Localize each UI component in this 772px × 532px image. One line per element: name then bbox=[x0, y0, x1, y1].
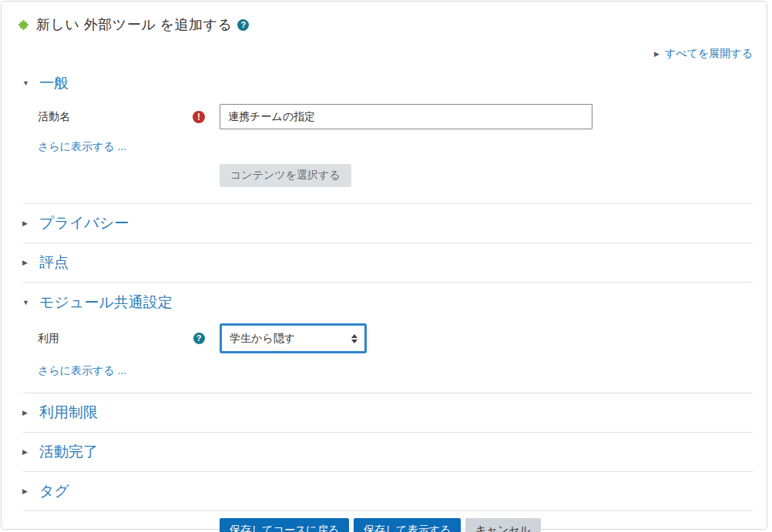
section-grade: ▶ 評点 bbox=[18, 243, 753, 282]
divider bbox=[23, 510, 753, 511]
section-privacy-header[interactable]: ▶ プライバシー bbox=[18, 213, 753, 233]
availability-select-value: 学生から隠す bbox=[230, 332, 295, 346]
chevron-right-icon: ▶ bbox=[22, 410, 30, 417]
availability-label: 利用 bbox=[18, 332, 178, 346]
section-privacy: ▶ プライバシー bbox=[18, 204, 753, 243]
external-tool-puzzle-icon bbox=[18, 18, 31, 31]
activity-name-input[interactable] bbox=[220, 104, 592, 129]
chevron-down-icon: ▼ bbox=[22, 299, 30, 306]
common-show-more-link[interactable]: さらに表示する ... bbox=[38, 364, 126, 376]
general-show-more-row: さらに表示する ... bbox=[38, 140, 753, 154]
section-general-header[interactable]: ▼ 一般 bbox=[18, 73, 753, 93]
add-external-tool-form: 新しい 外部ツール を追加する ? ▶ すべてを展開する ▼ 一般 活動名 ! … bbox=[1, 1, 767, 530]
section-tags-title: タグ bbox=[39, 481, 69, 501]
expand-all-link[interactable]: すべてを展開する bbox=[665, 47, 753, 61]
section-restrict-access: ▶ 利用制限 bbox=[18, 393, 753, 432]
section-common-settings: ▼ モジュール共通設定 利用 ? 学生から隠す さらに表示する ... bbox=[18, 293, 753, 393]
chevron-down-icon: ▼ bbox=[22, 80, 30, 87]
availability-row: 利用 ? 学生から隠す bbox=[18, 323, 753, 353]
section-completion-title: 活動完了 bbox=[39, 442, 98, 462]
cancel-button[interactable]: キャンセル bbox=[465, 518, 541, 532]
section-grade-title: 評点 bbox=[39, 253, 69, 273]
activity-name-row: 活動名 ! bbox=[18, 104, 753, 129]
section-restrict-header[interactable]: ▶ 利用制限 bbox=[18, 403, 753, 423]
common-show-more-row: さらに表示する ... bbox=[38, 364, 753, 393]
chevron-right-icon: ▶ bbox=[22, 259, 30, 266]
section-activity-completion: ▶ 活動完了 bbox=[18, 433, 753, 471]
general-show-more-link[interactable]: さらに表示する ... bbox=[38, 140, 126, 152]
expand-all-row: ▶ すべてを展開する bbox=[18, 47, 753, 61]
divider bbox=[23, 282, 753, 283]
section-grade-header[interactable]: ▶ 評点 bbox=[18, 253, 753, 273]
form-actions: 保存してコースに戻る 保存して表示する キャンセル bbox=[220, 518, 753, 532]
availability-select[interactable]: 学生から隠す bbox=[220, 323, 367, 353]
section-general-title: 一般 bbox=[39, 73, 69, 93]
page-help-icon[interactable]: ? bbox=[237, 19, 249, 31]
page-header: 新しい 外部ツール を追加する ? bbox=[18, 15, 753, 34]
help-icon[interactable]: ? bbox=[193, 333, 205, 344]
section-restrict-title: 利用制限 bbox=[39, 403, 98, 423]
section-common-title: モジュール共通設定 bbox=[39, 293, 173, 313]
section-completion-header[interactable]: ▶ 活動完了 bbox=[18, 442, 753, 462]
section-tags-header[interactable]: ▶ タグ bbox=[18, 481, 753, 501]
save-and-return-button[interactable]: 保存してコースに戻る bbox=[220, 518, 349, 532]
section-tags: ▶ タグ bbox=[18, 472, 753, 510]
page-title: 新しい 外部ツール を追加する bbox=[36, 15, 232, 34]
activity-name-label: 活動名 bbox=[18, 110, 178, 124]
select-content-button[interactable]: コンテンツを選択する bbox=[220, 164, 351, 187]
required-icon: ! bbox=[193, 111, 205, 123]
section-common-header[interactable]: ▼ モジュール共通設定 bbox=[18, 293, 753, 313]
select-updown-icon bbox=[351, 334, 357, 343]
chevron-right-icon: ▶ bbox=[22, 488, 30, 495]
chevron-right-icon: ▶ bbox=[22, 449, 30, 456]
chevron-right-icon: ▶ bbox=[654, 51, 660, 58]
section-general: ▼ 一般 活動名 ! さらに表示する ... コンテンツを選択する bbox=[18, 73, 753, 203]
save-and-display-button[interactable]: 保存して表示する bbox=[354, 518, 461, 532]
chevron-right-icon: ▶ bbox=[22, 220, 30, 227]
section-privacy-title: プライバシー bbox=[39, 213, 129, 233]
